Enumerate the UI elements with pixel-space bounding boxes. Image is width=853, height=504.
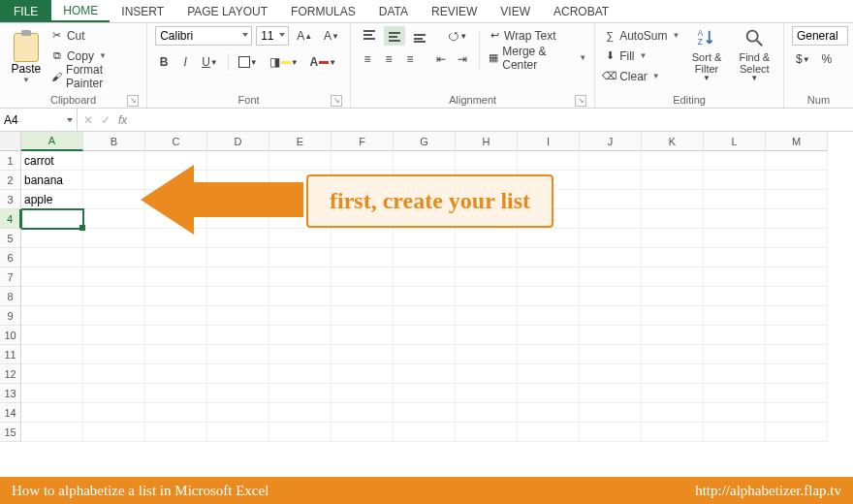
row-header-8[interactable]: 8 (0, 287, 21, 306)
cell-G12[interactable] (394, 364, 456, 384)
cell-J12[interactable] (580, 364, 642, 384)
tab-review[interactable]: REVIEW (420, 0, 489, 22)
cell-J5[interactable] (580, 229, 642, 248)
cell-J2[interactable] (580, 171, 642, 190)
column-header-J[interactable]: J (580, 132, 642, 151)
cell-F5[interactable] (332, 229, 394, 248)
cell-I8[interactable] (518, 287, 580, 306)
cell-C15[interactable] (145, 423, 207, 442)
clear-button[interactable]: ⌫Clear▼ (603, 67, 679, 85)
cell-B13[interactable] (83, 384, 145, 403)
wrap-text-button[interactable]: ↩Wrap Text (488, 26, 586, 45)
cell-D12[interactable] (207, 364, 269, 384)
cell-L10[interactable] (704, 326, 766, 345)
cell-B1[interactable] (83, 151, 145, 171)
tab-pagelayout[interactable]: PAGE LAYOUT (175, 0, 279, 22)
row-header-2[interactable]: 2 (0, 171, 21, 190)
cell-B14[interactable] (83, 403, 145, 423)
font-name-select[interactable]: Calibri (155, 26, 252, 46)
cell-G1[interactable] (394, 151, 456, 171)
font-color-button[interactable]: A▼ (306, 52, 341, 72)
cell-K1[interactable] (642, 151, 704, 171)
cell-J9[interactable] (580, 306, 642, 326)
cell-C7[interactable] (145, 268, 207, 287)
cell-C9[interactable] (145, 306, 207, 326)
row-header-1[interactable]: 1 (0, 151, 21, 171)
cell-C8[interactable] (145, 287, 207, 306)
row-header-7[interactable]: 7 (0, 268, 21, 287)
cell-F6[interactable] (332, 248, 394, 268)
cell-I1[interactable] (518, 151, 580, 171)
cell-G8[interactable] (394, 287, 456, 306)
accounting-button[interactable]: $▼ (792, 49, 814, 69)
cell-B6[interactable] (83, 248, 145, 268)
cell-D8[interactable] (207, 287, 269, 306)
increase-indent-button[interactable]: ⇥ (454, 49, 471, 69)
cell-H7[interactable] (456, 268, 518, 287)
cell-D15[interactable] (207, 423, 269, 442)
cell-L3[interactable] (704, 190, 766, 209)
cell-B12[interactable] (83, 364, 145, 384)
cell-G13[interactable] (394, 384, 456, 403)
cell-A3[interactable]: apple (21, 190, 83, 209)
cell-K2[interactable] (642, 171, 704, 190)
cell-H14[interactable] (456, 403, 518, 423)
font-launcher[interactable]: ↘ (331, 95, 342, 107)
cell-G10[interactable] (394, 326, 456, 345)
cell-K15[interactable] (642, 423, 704, 442)
cell-E7[interactable] (269, 268, 332, 287)
column-header-B[interactable]: B (83, 132, 145, 151)
cell-D10[interactable] (207, 326, 269, 345)
tab-acrobat[interactable]: ACROBAT (542, 0, 620, 22)
cell-E9[interactable] (269, 306, 332, 326)
cell-L4[interactable] (704, 209, 766, 229)
cell-F1[interactable] (332, 151, 394, 171)
cell-D13[interactable] (207, 384, 269, 403)
cell-I12[interactable] (518, 364, 580, 384)
cell-L1[interactable] (704, 151, 766, 171)
cell-I9[interactable] (518, 306, 580, 326)
cancel-formula-icon[interactable]: ✕ (83, 113, 93, 127)
cell-C10[interactable] (145, 326, 207, 345)
cell-G11[interactable] (394, 345, 456, 364)
cell-K14[interactable] (642, 403, 704, 423)
cell-L2[interactable] (704, 171, 766, 190)
cell-B7[interactable] (83, 268, 145, 287)
align-top-button[interactable] (359, 26, 380, 46)
cell-H8[interactable] (456, 287, 518, 306)
number-format-select[interactable]: General (792, 26, 848, 46)
cell-B3[interactable] (83, 190, 145, 209)
cut-button[interactable]: ✂Cut (50, 26, 139, 45)
autosum-button[interactable]: ∑AutoSum▼ (603, 26, 679, 45)
cell-K13[interactable] (642, 384, 704, 403)
cell-B11[interactable] (83, 345, 145, 364)
cell-C14[interactable] (145, 403, 207, 423)
cell-M8[interactable] (766, 287, 828, 306)
row-header-12[interactable]: 12 (0, 364, 21, 384)
cell-D7[interactable] (207, 268, 269, 287)
cell-B15[interactable] (83, 423, 145, 442)
cell-C13[interactable] (145, 384, 207, 403)
cell-J14[interactable] (580, 403, 642, 423)
cell-M3[interactable] (766, 190, 828, 209)
tab-formulas[interactable]: FORMULAS (279, 0, 367, 22)
cell-J6[interactable] (580, 248, 642, 268)
cell-M10[interactable] (766, 326, 828, 345)
row-header-4[interactable]: 4 (0, 209, 21, 229)
cell-D14[interactable] (207, 403, 269, 423)
align-left-button[interactable]: ≡ (359, 49, 376, 69)
cell-E14[interactable] (269, 403, 332, 423)
cell-J13[interactable] (580, 384, 642, 403)
cell-M5[interactable] (766, 229, 828, 248)
column-header-K[interactable]: K (642, 132, 704, 151)
cell-L15[interactable] (704, 423, 766, 442)
cell-E12[interactable] (269, 364, 332, 384)
cell-M9[interactable] (766, 306, 828, 326)
column-header-G[interactable]: G (394, 132, 456, 151)
borders-button[interactable]: ▼ (235, 52, 262, 72)
cell-K10[interactable] (642, 326, 704, 345)
cell-H12[interactable] (456, 364, 518, 384)
cell-A8[interactable] (21, 287, 83, 306)
cell-A4[interactable] (21, 209, 83, 229)
decrease-font-button[interactable]: A▼ (320, 26, 343, 46)
